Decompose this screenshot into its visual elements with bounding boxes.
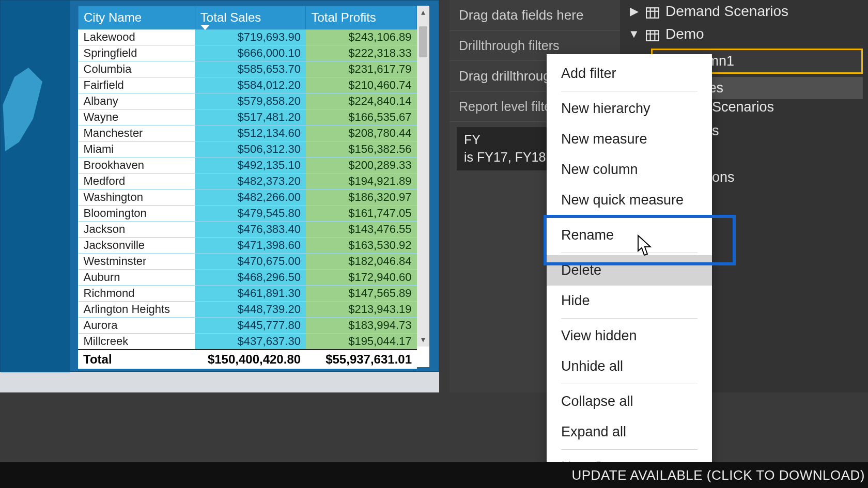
context-menu-item-delete[interactable]: Delete	[547, 255, 712, 286]
table-row[interactable]: Wayne$517,481.20$166,535.67	[79, 109, 417, 125]
cell-profit: $147,565.89	[306, 286, 417, 302]
context-menu-separator	[561, 217, 698, 218]
cell-city: Auburn	[79, 270, 195, 286]
cell-sales: $471,398.60	[195, 238, 306, 254]
cell-city: Arlington Heights	[79, 302, 195, 318]
table-visual[interactable]: City Name Total Sales Total Profits Lake…	[78, 6, 429, 367]
filter-chip-title: FY	[464, 132, 481, 147]
table-row[interactable]: Manchester$512,134.60$208,780.44	[79, 125, 417, 141]
col-header-sales[interactable]: Total Sales	[195, 6, 306, 29]
table-icon	[646, 6, 659, 17]
context-menu-separator	[561, 449, 698, 450]
table-row[interactable]: Jackson$476,383.40$143,476.55	[79, 222, 417, 238]
context-menu-item-new-hierarchy[interactable]: New hierarchy	[547, 93, 712, 124]
context-menu-item-expand-all[interactable]: Expand all	[547, 417, 712, 447]
table-row[interactable]: Westminster$470,675.00$182,046.84	[79, 254, 417, 270]
cell-sales: $512,134.60	[195, 125, 306, 141]
data-table[interactable]: City Name Total Sales Total Profits Lake…	[78, 6, 417, 349]
cell-profit: $186,320.97	[306, 190, 417, 206]
table-row[interactable]: Albany$579,858.20$224,840.14	[79, 93, 417, 109]
table-row[interactable]: Bloomington$479,545.80$161,747.05	[79, 206, 417, 222]
table-row[interactable]: Millcreek$437,637.30$195,044.17	[79, 334, 417, 350]
update-available-label: UPDATE AVAILABLE (CLICK TO DOWNLOAD)	[571, 467, 865, 483]
report-canvas: City Name Total Sales Total Profits Lake…	[0, 0, 439, 392]
cell-profit: $194,921.89	[306, 174, 417, 190]
cell-profit: $143,476.55	[306, 222, 417, 238]
cell-profit: $166,535.67	[306, 109, 417, 125]
cell-sales: $479,545.80	[195, 206, 306, 222]
table-node-demo[interactable]: ▼ Demo	[620, 23, 868, 45]
table-row[interactable]: Jacksonville$471,398.60$163,530.92	[79, 238, 417, 254]
cell-city: Millcreek	[79, 334, 195, 350]
update-available-bar[interactable]: UPDATE AVAILABLE (CLICK TO DOWNLOAD)	[0, 462, 868, 488]
cell-city: Fairfield	[79, 77, 195, 93]
cell-sales: $585,653.70	[195, 61, 306, 77]
table-node-demand-scenarios[interactable]: ▶ Demand Scenarios	[620, 0, 868, 23]
cell-profit: $195,044.17	[306, 334, 417, 350]
cell-profit: $182,046.84	[306, 254, 417, 270]
table-row[interactable]: Columbia$585,653.70$231,617.79	[79, 61, 417, 77]
context-menu-item-view-hidden[interactable]: View hidden	[547, 321, 712, 351]
table-row[interactable]: Miami$506,312.30$156,382.56	[79, 141, 417, 158]
table-scrollbar[interactable]: ▴ ▾	[417, 6, 429, 347]
context-menu-item-unhide-all[interactable]: Unhide all	[547, 351, 712, 382]
table-row[interactable]: Brookhaven$492,135.10$200,289.33	[79, 158, 417, 174]
table-row[interactable]: Auburn$468,296.50$172,940.60	[79, 270, 417, 286]
total-label: Total	[78, 350, 195, 369]
cell-city: Washington	[79, 190, 195, 206]
context-menu-item-add-filter[interactable]: Add filter	[547, 58, 712, 89]
scroll-thumb[interactable]	[419, 26, 427, 57]
col-header-city[interactable]: City Name	[79, 6, 195, 29]
cell-profit: $156,382.56	[306, 141, 417, 158]
cell-sales: $482,266.00	[195, 190, 306, 206]
context-menu-item-rename[interactable]: Rename	[547, 220, 712, 250]
scroll-down-icon[interactable]: ▾	[417, 333, 429, 347]
table-row[interactable]: Lakewood$719,693.90$243,106.89	[79, 29, 417, 45]
context-menu-item-new-measure[interactable]: New measure	[547, 124, 712, 154]
table-row[interactable]: Arlington Heights$448,739.20$213,943.19	[79, 302, 417, 318]
field-well[interactable]: Drag data fields here	[450, 0, 620, 31]
caret-right-icon[interactable]: ▶	[628, 5, 640, 18]
cell-city: Jackson	[79, 222, 195, 238]
table-row[interactable]: Richmond$461,891.30$147,565.89	[79, 286, 417, 302]
table-row[interactable]: Fairfield$584,012.20$210,460.74	[79, 77, 417, 93]
report-level-header-label: Report level filter	[459, 99, 556, 114]
context-menu-item-collapse-all[interactable]: Collapse all	[547, 386, 712, 417]
field-fragment: ons	[712, 169, 735, 185]
cell-profit: $163,530.92	[306, 238, 417, 254]
cell-sales: $437,637.30	[195, 334, 306, 350]
table-row[interactable]: Springfield$666,000.10$222,318.33	[79, 45, 417, 61]
cell-profit: $210,460.74	[306, 77, 417, 93]
drillthrough-header-label: Drillthrough filters	[459, 38, 560, 53]
cell-sales: $448,739.20	[195, 302, 306, 318]
cell-profit: $224,840.14	[306, 93, 417, 109]
context-menu-separator	[561, 91, 698, 91]
cell-city: Columbia	[79, 61, 195, 77]
context-menu-item-new-quick-measure[interactable]: New quick measure	[547, 185, 712, 215]
svg-rect-4	[646, 30, 659, 41]
field-fragment: s	[712, 123, 719, 139]
cell-profit: $222,318.33	[306, 45, 417, 61]
scroll-up-icon[interactable]: ▴	[417, 6, 429, 19]
col-header-profit[interactable]: Total Profits	[306, 6, 417, 29]
cell-profit: $208,780.44	[306, 125, 417, 141]
table-row[interactable]: Aurora$445,777.80$183,994.73	[79, 318, 417, 334]
cell-city: Medford	[79, 174, 195, 190]
context-menu-item-new-column[interactable]: New column	[547, 154, 712, 185]
map-shape	[1, 68, 47, 161]
context-menu-separator	[561, 253, 698, 253]
visual-frame[interactable]: City Name Total Sales Total Profits Lake…	[0, 0, 439, 372]
table-node-label: Demand Scenarios	[665, 3, 788, 20]
cell-city: Miami	[79, 141, 195, 158]
cell-sales: $468,296.50	[195, 270, 306, 286]
table-row[interactable]: Washington$482,266.00$186,320.97	[79, 190, 417, 206]
cell-sales: $579,858.20	[195, 93, 306, 109]
table-row[interactable]: Medford$482,373.20$194,921.89	[79, 174, 417, 190]
field-fragment: Scenarios	[712, 99, 774, 115]
caret-down-icon[interactable]: ▼	[628, 27, 640, 41]
cell-sales: $461,891.30	[195, 286, 306, 302]
total-profit: $55,937,631.01	[306, 350, 417, 369]
context-menu-item-hide[interactable]: Hide	[547, 286, 712, 316]
svg-rect-0	[646, 8, 659, 18]
context-menu-separator	[561, 384, 698, 384]
